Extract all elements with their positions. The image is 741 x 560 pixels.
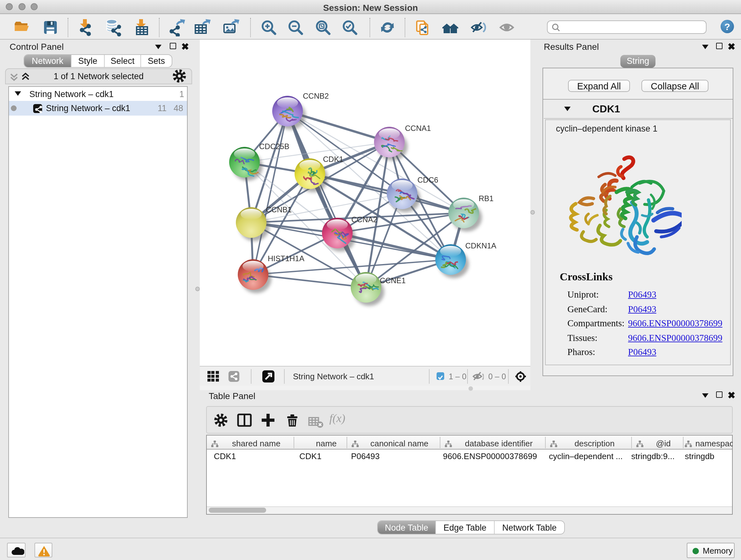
svg-text:CDC6: CDC6 (417, 176, 438, 184)
svg-text:CCNA1: CCNA1 (405, 124, 431, 132)
svg-text:CCNB1: CCNB1 (266, 205, 292, 214)
svg-text:CCNE1: CCNE1 (380, 276, 406, 285)
svg-text:CCNB2: CCNB2 (303, 91, 329, 100)
svg-text:CCNA2: CCNA2 (351, 215, 377, 224)
svg-text:CDC25B: CDC25B (259, 142, 289, 151)
svg-text:RB1: RB1 (479, 194, 494, 203)
svg-text:HIST1H1A: HIST1H1A (268, 254, 305, 263)
svg-text:CDK1: CDK1 (323, 155, 343, 164)
svg-text:CDKN1A: CDKN1A (465, 241, 496, 250)
